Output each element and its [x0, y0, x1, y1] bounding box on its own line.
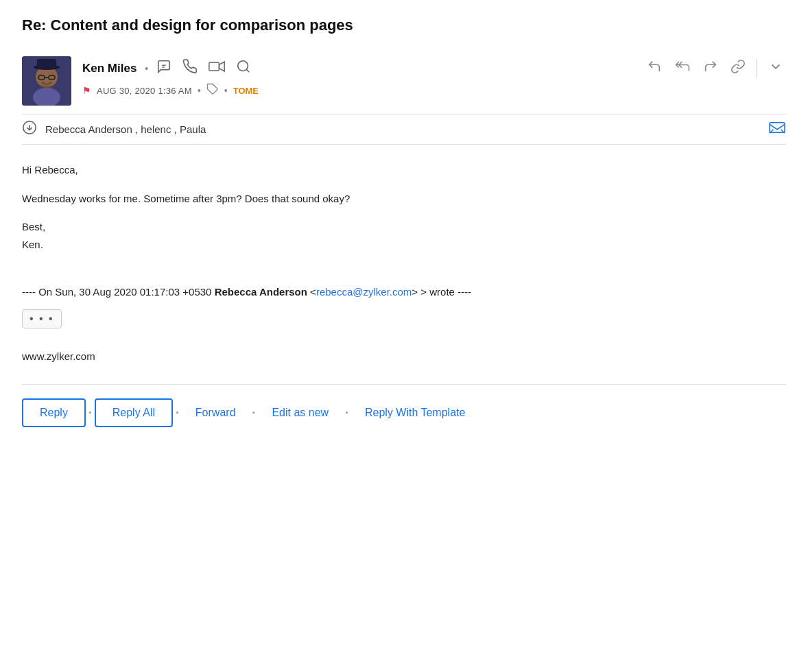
- forward-icon[interactable]: [700, 56, 721, 80]
- link-icon[interactable]: [728, 56, 748, 80]
- edit-as-new-link[interactable]: Edit as new: [258, 400, 342, 426]
- email-header: Ken Miles •: [22, 56, 786, 106]
- body-closing: Best, Ken.: [22, 218, 786, 253]
- dot-separator: •: [145, 63, 148, 74]
- svg-point-12: [238, 61, 248, 71]
- expand-icon[interactable]: [22, 120, 37, 139]
- ellipsis-text: • • •: [29, 313, 54, 325]
- footer-bar: Reply ● Reply All ● Forward ● Edit as ne…: [22, 384, 786, 444]
- reply-icon[interactable]: [644, 56, 665, 80]
- website-line: www.zylker.com: [22, 350, 786, 362]
- video-icon[interactable]: [209, 59, 225, 77]
- search-icon[interactable]: [236, 59, 251, 77]
- ellipsis-button[interactable]: • • •: [22, 309, 62, 328]
- body-greeting: Hi Rebecca,: [22, 161, 786, 179]
- forward-link[interactable]: Forward: [182, 400, 250, 426]
- footer-dot-4: ●: [345, 409, 348, 416]
- recipients-text: Rebecca Anderson , helenc , Paula: [45, 123, 768, 135]
- action-icons: [644, 56, 786, 80]
- more-icon[interactable]: [765, 56, 786, 80]
- phone-icon[interactable]: [182, 59, 198, 77]
- flag-icon: ⚑: [82, 85, 91, 96]
- email-subject: Re: Content and design for comparison pa…: [22, 16, 786, 40]
- email-body: Hi Rebecca, Wednesday works for me. Some…: [22, 158, 786, 267]
- footer-dot-3: ●: [252, 409, 256, 416]
- quoted-sender: Rebecca Anderson: [215, 286, 307, 298]
- quoted-text: ---- On Sun, 30 Aug 2020 01:17:03 +0530 …: [22, 283, 786, 301]
- quoted-intro: ---- On Sun, 30 Aug 2020 01:17:03 +0530: [22, 286, 211, 298]
- tag-label: TOME: [233, 86, 259, 96]
- svg-marker-11: [219, 62, 225, 71]
- reply-all-icon[interactable]: [672, 56, 693, 80]
- svg-rect-10: [209, 62, 219, 71]
- reply-button[interactable]: Reply: [22, 398, 86, 427]
- header-icons: [156, 59, 251, 77]
- footer-dot-1: ●: [88, 409, 92, 416]
- read-icon[interactable]: [768, 120, 786, 139]
- tag-icon: [206, 83, 219, 98]
- footer-dot-2: ●: [176, 409, 179, 416]
- svg-line-13: [247, 69, 250, 72]
- quoted-header: ---- On Sun, 30 Aug 2020 01:17:03 +0530 …: [22, 283, 786, 301]
- date-row: ⚑ AUG 30, 2020 1:36 AM • • TOME: [82, 83, 786, 98]
- recipients-row: Rebecca Anderson , helenc , Paula: [22, 114, 786, 145]
- date-dot: •: [198, 85, 201, 96]
- sender-info: Ken Miles •: [82, 56, 786, 98]
- reply-with-template-link[interactable]: Reply With Template: [351, 400, 479, 426]
- reply-all-button[interactable]: Reply All: [95, 398, 173, 427]
- email-date: AUG 30, 2020 1:36 AM: [97, 86, 192, 96]
- tag-dot: •: [224, 85, 228, 96]
- sender-row: Ken Miles •: [82, 56, 786, 80]
- quoted-email-link[interactable]: rebecca@zylker.com: [316, 286, 412, 298]
- avatar: [22, 56, 71, 106]
- email-container: Re: Content and design for comparison pa…: [0, 0, 808, 444]
- quoted-suffix: > wrote ----: [420, 286, 471, 298]
- svg-rect-4: [37, 59, 56, 69]
- body-paragraph1: Wednesday works for me. Sometime after 3…: [22, 190, 786, 208]
- separator: [757, 59, 757, 78]
- chat-icon[interactable]: [156, 59, 171, 77]
- sender-name: Ken Miles: [82, 62, 136, 75]
